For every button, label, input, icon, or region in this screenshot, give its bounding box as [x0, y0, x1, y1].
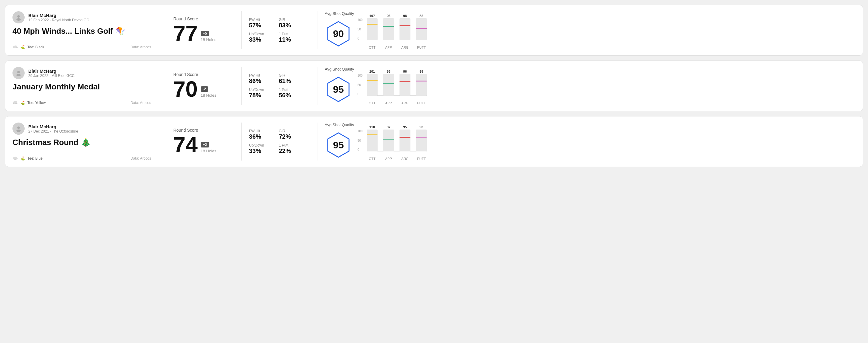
tee-info: ⛳ Tee: Yellow Data: Arccos: [12, 100, 151, 105]
stats-grid: FW Hit 86% GIR 61% Up/Down 78% 1 Putt 56…: [249, 73, 303, 99]
fw-hit-value: 57%: [249, 22, 273, 29]
bar-group: 82: [416, 14, 427, 40]
user-name: Blair McHarg: [28, 13, 89, 18]
divider-3: [317, 67, 317, 105]
user-name: Blair McHarg: [28, 124, 78, 129]
bar-value: 96: [403, 70, 407, 73]
updown-stat: Up/Down 33%: [249, 143, 273, 154]
bar-group: 87: [383, 125, 394, 151]
score-row: 77 +5 18 Holes: [173, 23, 227, 44]
bar-value: 99: [420, 70, 423, 73]
round-score-label: Round Score: [173, 72, 227, 77]
quality-block: Avg Shot Quality 90 100500 107 95: [325, 11, 427, 49]
score-row: 70 -2 18 Holes: [173, 78, 227, 100]
one-putt-label: 1 Putt: [279, 88, 303, 92]
user-meta: 12 Feb 2022 · Royal North Devon GC: [28, 18, 89, 22]
bar-chart: 100500 101 86 96 99: [357, 74, 427, 105]
stats-grid: FW Hit 57% GIR 83% Up/Down 33% 1 Putt 11…: [249, 18, 303, 43]
bar-chart: 100500 110 87 95 93: [357, 129, 427, 161]
round-title: Christmas Round 🎄: [12, 138, 151, 147]
gir-stat: GIR 72%: [279, 129, 303, 140]
round-score-label: Round Score: [173, 17, 227, 21]
one-putt-label: 1 Putt: [279, 143, 303, 148]
weather-icon: [12, 100, 18, 105]
bar-axis-label: OTT: [367, 101, 378, 105]
round-score-label: Round Score: [173, 128, 227, 132]
quality-section: Avg Shot Quality 90 100500 107 95: [325, 11, 856, 49]
one-putt-stat: 1 Putt 56%: [279, 88, 303, 99]
avatar: [12, 11, 25, 23]
data-source: Data: Arccos: [130, 45, 151, 49]
svg-point-6: [17, 71, 20, 73]
bar-group: 96: [400, 70, 410, 96]
bar-axis-label: OTT: [367, 45, 378, 49]
gir-value: 72%: [279, 133, 303, 140]
tee-left: ⛳ Tee: Blue: [12, 156, 42, 161]
score-badge-col: -2 18 Holes: [201, 86, 216, 100]
score-row: 74 +2 18 Holes: [173, 134, 227, 156]
updown-stat: Up/Down 78%: [249, 88, 273, 99]
score-badge: +5: [201, 31, 209, 36]
avatar: [12, 67, 25, 79]
gir-stat: GIR 83%: [279, 18, 303, 29]
bar-value: 87: [387, 125, 391, 129]
tee-label: Tee: Black: [27, 45, 44, 49]
svg-point-12: [17, 126, 20, 129]
user-info: Blair McHarg 12 Feb 2022 · Royal North D…: [12, 11, 151, 23]
gir-stat: GIR 61%: [279, 73, 303, 85]
score-holes: 18 Holes: [201, 149, 216, 153]
user-name: Blair McHarg: [28, 68, 74, 73]
updown-label: Up/Down: [249, 88, 273, 92]
divider-2: [241, 11, 242, 49]
svg-point-13: [17, 129, 21, 132]
hexagon: 95: [325, 131, 352, 159]
updown-label: Up/Down: [249, 32, 273, 36]
gir-value: 83%: [279, 22, 303, 29]
score-badge-col: +2 18 Holes: [201, 142, 216, 156]
quality-section: Avg Shot Quality 95 100500 101 86: [325, 67, 856, 105]
hexagon-score: 90: [333, 28, 344, 39]
score-number: 74: [173, 134, 197, 156]
bar-group: 86: [383, 70, 394, 96]
tee-left: ⛳ Tee: Black: [12, 45, 44, 49]
fw-hit-label: FW Hit: [249, 129, 273, 133]
score-badge: -2: [201, 86, 208, 92]
one-putt-label: 1 Putt: [279, 32, 303, 36]
updown-value: 33%: [249, 36, 273, 43]
gir-label: GIR: [279, 129, 303, 133]
bar-axis-label: ARG: [400, 157, 410, 161]
bar-axis-label: PUTT: [416, 45, 427, 49]
bar-group: 93: [416, 125, 427, 151]
score-holes: 18 Holes: [201, 93, 216, 98]
score-section: Round Score 77 +5 18 Holes: [173, 11, 234, 49]
bar-group: 99: [416, 70, 427, 96]
user-info: Blair McHarg 27 Dec 2021 · The Oxfordshi…: [12, 123, 151, 135]
bar-value: 86: [387, 70, 391, 73]
user-details: Blair McHarg 29 Jan 2022 · Mill Ride GCC: [28, 68, 74, 78]
divider-1: [166, 11, 166, 49]
divider-1: [166, 67, 166, 105]
tee-left: ⛳ Tee: Yellow: [12, 100, 45, 105]
fw-hit-stat: FW Hit 36%: [249, 129, 273, 140]
round-title: 40 Mph Winds... Links Golf 🪁: [12, 27, 151, 36]
hexagon: 95: [325, 76, 352, 103]
bar-axis-label: PUTT: [416, 101, 427, 105]
data-source: Data: Arccos: [130, 156, 151, 161]
one-putt-value: 56%: [279, 92, 303, 99]
svg-point-10: [14, 101, 17, 103]
fw-hit-stat: FW Hit 57%: [249, 18, 273, 29]
fw-hit-label: FW Hit: [249, 18, 273, 22]
bar-group: 95: [400, 125, 410, 151]
svg-point-16: [14, 157, 17, 159]
bar-value: 110: [369, 125, 375, 129]
fw-hit-label: FW Hit: [249, 73, 273, 77]
quality-block: Avg Shot Quality 95 100500 110 87: [325, 123, 427, 161]
fw-hit-stat: FW Hit 86%: [249, 73, 273, 85]
bar-axis-label: APP: [383, 157, 394, 161]
hexagon-score: 95: [333, 84, 344, 95]
tee-info: ⛳ Tee: Black Data: Arccos: [12, 45, 151, 49]
bar-axis-label: APP: [383, 101, 394, 105]
svg-point-0: [17, 15, 20, 18]
bar-value: 93: [420, 125, 423, 129]
bar-axis-label: OTT: [367, 157, 378, 161]
